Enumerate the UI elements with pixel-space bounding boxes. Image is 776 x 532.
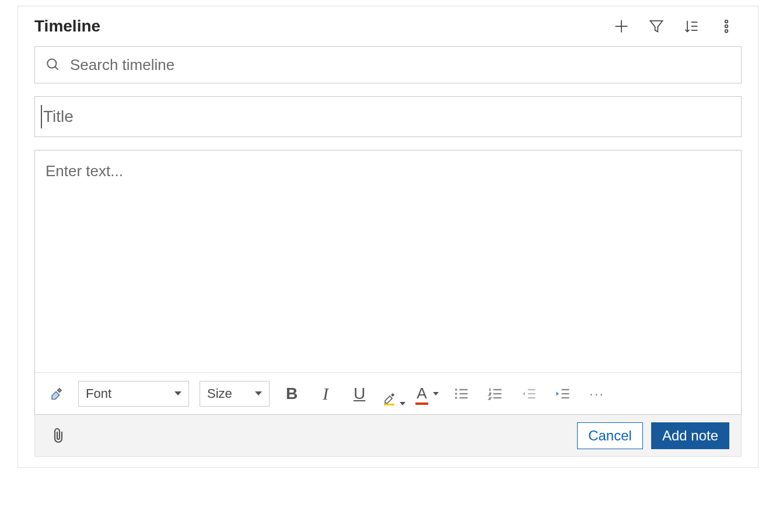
sort-button[interactable] <box>682 17 701 36</box>
rich-text-toolbar: Font Size B I U <box>35 372 741 414</box>
sort-icon <box>683 18 700 34</box>
timeline-title: Timeline <box>34 17 612 36</box>
search-box[interactable] <box>34 46 742 83</box>
svg-point-3 <box>47 59 56 68</box>
text-cursor <box>41 105 42 128</box>
spacer <box>18 457 758 467</box>
highlight-color-button[interactable] <box>382 382 406 405</box>
paperclip-icon <box>51 427 66 444</box>
font-color-button[interactable]: A <box>416 382 439 405</box>
timeline-header: Timeline <box>18 6 758 40</box>
highlighter-icon <box>382 389 398 405</box>
bulleted-list-icon <box>453 386 470 402</box>
search-input[interactable] <box>69 55 730 75</box>
note-editor: Enter text... Font Size B I <box>34 150 742 415</box>
funnel-icon <box>648 18 665 34</box>
bold-icon: B <box>286 384 298 403</box>
outdent-button[interactable] <box>518 382 541 405</box>
font-color-icon: A <box>417 384 427 402</box>
note-title-box[interactable] <box>34 96 742 137</box>
svg-rect-4 <box>384 404 394 405</box>
font-size-label: Size <box>207 386 232 401</box>
search-icon <box>46 57 61 72</box>
timeline-panel: Timeline <box>18 6 758 468</box>
note-title-input[interactable] <box>43 107 735 126</box>
underline-button[interactable]: U <box>348 382 371 405</box>
attach-button[interactable] <box>47 424 70 447</box>
more-button[interactable] <box>717 17 736 36</box>
bulleted-list-button[interactable] <box>450 382 473 405</box>
svg-point-0 <box>725 20 728 23</box>
add-button[interactable] <box>612 17 631 36</box>
font-family-select[interactable]: Font <box>78 381 189 407</box>
font-size-select[interactable]: Size <box>200 381 270 407</box>
toolbar-more-button[interactable]: ··· <box>585 382 609 405</box>
svg-point-1 <box>725 25 728 28</box>
indent-icon <box>555 386 571 402</box>
format-painter-icon <box>48 386 64 402</box>
italic-icon: I <box>323 384 328 404</box>
outdent-icon <box>521 386 537 402</box>
timeline-header-actions <box>612 17 742 36</box>
format-painter-button[interactable] <box>44 382 68 405</box>
italic-button[interactable]: I <box>314 382 337 405</box>
svg-point-7 <box>455 397 457 399</box>
numbered-list-icon <box>487 386 504 402</box>
filter-button[interactable] <box>647 17 666 36</box>
indent-button[interactable] <box>551 382 575 405</box>
add-note-button[interactable]: Add note <box>651 422 729 449</box>
cancel-button[interactable]: Cancel <box>577 422 643 449</box>
bold-button[interactable]: B <box>280 382 303 405</box>
plus-icon <box>613 18 630 34</box>
svg-point-5 <box>455 388 457 391</box>
chevron-down-icon <box>174 391 181 396</box>
chevron-down-icon <box>433 392 439 396</box>
svg-point-2 <box>725 30 728 33</box>
ellipsis-icon: ··· <box>589 386 604 402</box>
note-footer: Cancel Add note <box>34 415 742 457</box>
chevron-down-icon <box>400 402 406 405</box>
chevron-down-icon <box>255 391 262 396</box>
underline-icon: U <box>354 384 365 403</box>
kebab-icon <box>718 18 735 34</box>
numbered-list-button[interactable] <box>484 382 507 405</box>
note-body-input[interactable]: Enter text... <box>35 150 741 372</box>
font-family-label: Font <box>86 386 111 401</box>
svg-point-6 <box>455 393 457 395</box>
